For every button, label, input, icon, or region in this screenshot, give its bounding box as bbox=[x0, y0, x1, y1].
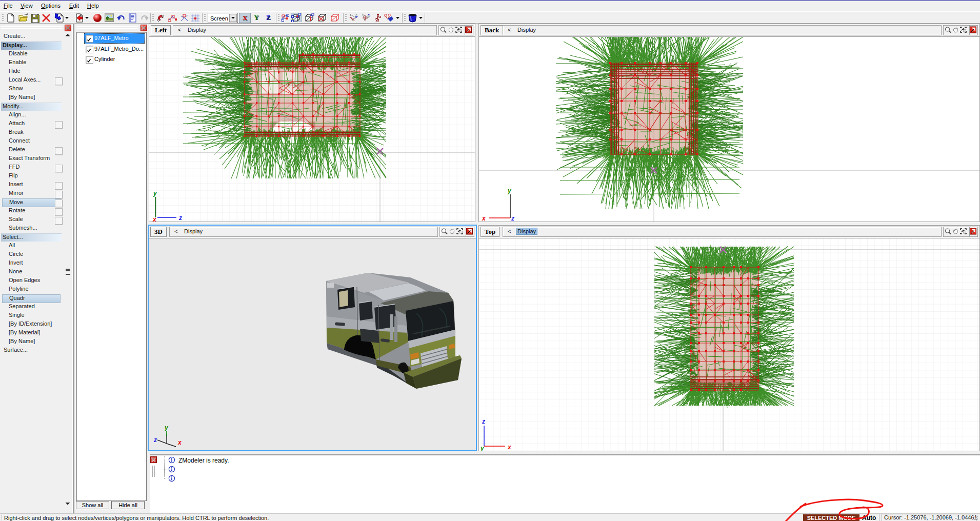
svg-text:y: y bbox=[153, 190, 157, 197]
svg-text:x: x bbox=[482, 215, 486, 222]
svg-text:x: x bbox=[152, 216, 157, 222]
svg-text:z: z bbox=[482, 418, 485, 425]
svg-text:y: y bbox=[507, 187, 512, 194]
svg-text:z: z bbox=[511, 215, 514, 222]
svg-text:z: z bbox=[178, 214, 182, 222]
svg-text:x: x bbox=[507, 444, 512, 451]
svg-text:x: x bbox=[177, 439, 182, 446]
svg-text:y: y bbox=[480, 445, 485, 451]
svg-text:y: y bbox=[164, 424, 169, 431]
svg-text:z: z bbox=[153, 436, 157, 444]
